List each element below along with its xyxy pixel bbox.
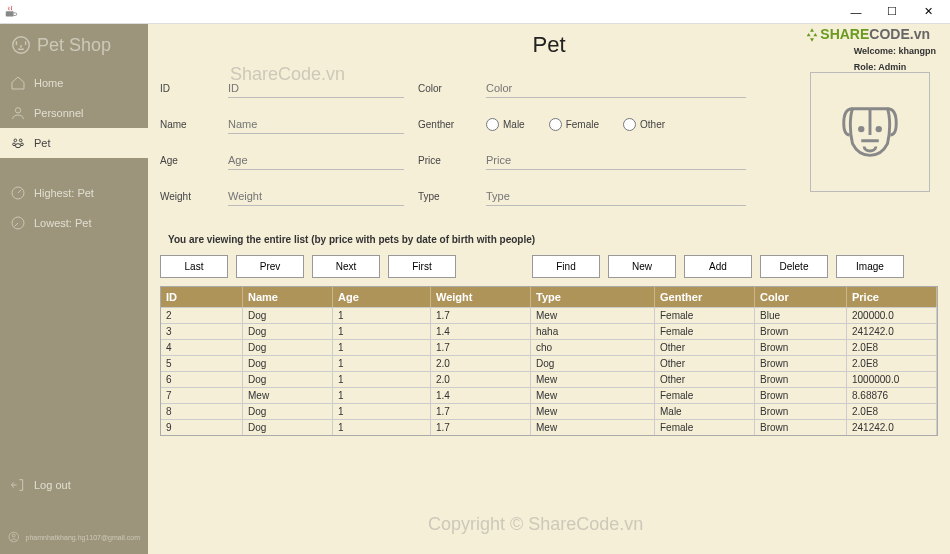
nav-pet[interactable]: Pet	[0, 128, 148, 158]
nav-highest[interactable]: Highest: Pet	[0, 178, 148, 208]
th-weight[interactable]: Weight	[431, 287, 531, 307]
td-gender: Other	[655, 372, 755, 387]
logout-icon	[10, 477, 26, 493]
td-name: Dog	[243, 356, 333, 371]
td-gender: Female	[655, 308, 755, 323]
age-input[interactable]	[228, 150, 404, 170]
price-input[interactable]	[486, 150, 746, 170]
td-id: 2	[161, 308, 243, 323]
color-label: Color	[418, 78, 472, 98]
nav-lowest[interactable]: Lowest: Pet	[0, 208, 148, 238]
form-area: ID Name Age Weight Color Genther Price T…	[160, 78, 938, 206]
td-type: Mew	[531, 388, 655, 403]
weight-input[interactable]	[228, 186, 404, 206]
table-row[interactable]: 7Mew11.4MewFemaleBrown8.68876	[161, 387, 937, 403]
td-name: Dog	[243, 340, 333, 355]
td-color: Brown	[755, 324, 847, 339]
td-color: Brown	[755, 356, 847, 371]
td-price: 241242.0	[847, 420, 937, 435]
color-input[interactable]	[486, 78, 746, 98]
radio-other[interactable]: Other	[623, 118, 665, 131]
type-input[interactable]	[486, 186, 746, 206]
name-label: Name	[160, 114, 214, 134]
user-email: phamnhatkhang.hg1107@gmail.com	[25, 534, 140, 541]
table-row[interactable]: 3Dog11.4hahaFemaleBrown241242.0	[161, 323, 937, 339]
gender-label: Genther	[418, 114, 472, 134]
th-gender[interactable]: Genther	[655, 287, 755, 307]
nav-logout-label: Log out	[34, 479, 71, 491]
table-body: 2Dog11.7MewFemaleBlue200000.03Dog11.4hah…	[161, 307, 937, 435]
table-row[interactable]: 6Dog12.0MewOtherBrown1000000.0	[161, 371, 937, 387]
td-price: 8.68876	[847, 388, 937, 403]
td-id: 7	[161, 388, 243, 403]
pet-image-box[interactable]	[810, 72, 930, 192]
viewing-text: You are viewing the entire list (by pric…	[168, 234, 938, 245]
nav-highest-label: Highest: Pet	[34, 187, 94, 199]
nav-home-label: Home	[34, 77, 63, 89]
svg-point-11	[12, 534, 15, 537]
td-name: Dog	[243, 324, 333, 339]
td-color: Brown	[755, 420, 847, 435]
td-weight: 1.7	[431, 404, 531, 419]
nav-personnel[interactable]: Personnel	[0, 98, 148, 128]
button-row: Last Prev Next First Find New Add Delete…	[160, 255, 938, 278]
find-button[interactable]: Find	[532, 255, 600, 278]
td-name: Dog	[243, 308, 333, 323]
delete-button[interactable]: Delete	[760, 255, 828, 278]
id-input[interactable]	[228, 78, 404, 98]
next-button[interactable]: Next	[312, 255, 380, 278]
td-price: 2.0E8	[847, 356, 937, 371]
td-weight: 2.0	[431, 356, 531, 371]
radio-male[interactable]: Male	[486, 118, 525, 131]
td-type: Mew	[531, 404, 655, 419]
th-name[interactable]: Name	[243, 287, 333, 307]
td-id: 4	[161, 340, 243, 355]
th-type[interactable]: Type	[531, 287, 655, 307]
first-button[interactable]: First	[388, 255, 456, 278]
table-row[interactable]: 9Dog11.7MewFemaleBrown241242.0	[161, 419, 937, 435]
th-price[interactable]: Price	[847, 287, 937, 307]
table-row[interactable]: 8Dog11.7MewMaleBrown2.0E8	[161, 403, 937, 419]
td-gender: Other	[655, 356, 755, 371]
brand: Pet Shop	[0, 32, 148, 68]
td-age: 1	[333, 308, 431, 323]
age-label: Age	[160, 150, 214, 170]
th-id[interactable]: ID	[161, 287, 243, 307]
td-price: 1000000.0	[847, 372, 937, 387]
last-button[interactable]: Last	[160, 255, 228, 278]
td-weight: 1.4	[431, 388, 531, 403]
td-type: Mew	[531, 420, 655, 435]
svg-point-13	[877, 127, 881, 131]
table-row[interactable]: 4Dog11.7choOtherBrown2.0E8	[161, 339, 937, 355]
svg-point-2	[15, 108, 20, 113]
nav-home[interactable]: Home	[0, 68, 148, 98]
minimize-button[interactable]: —	[838, 1, 874, 23]
td-color: Brown	[755, 388, 847, 403]
th-age[interactable]: Age	[333, 287, 431, 307]
maximize-button[interactable]: ☐	[874, 1, 910, 23]
td-age: 1	[333, 420, 431, 435]
close-button[interactable]: ✕	[910, 1, 946, 23]
table-row[interactable]: 5Dog12.0DogOtherBrown2.0E8	[161, 355, 937, 371]
name-input[interactable]	[228, 114, 404, 134]
td-type: cho	[531, 340, 655, 355]
new-button[interactable]: New	[608, 255, 676, 278]
td-name: Dog	[243, 404, 333, 419]
prev-button[interactable]: Prev	[236, 255, 304, 278]
td-price: 2.0E8	[847, 404, 937, 419]
nav-logout[interactable]: Log out	[0, 470, 148, 500]
td-type: Dog	[531, 356, 655, 371]
td-weight: 1.7	[431, 420, 531, 435]
radio-female[interactable]: Female	[549, 118, 599, 131]
content-area: SHARECODE.vn Pet Welcome: khangpn Role: …	[148, 24, 950, 554]
nav-lowest-label: Lowest: Pet	[34, 217, 91, 229]
td-type: Mew	[531, 372, 655, 387]
image-button[interactable]: Image	[836, 255, 904, 278]
td-color: Brown	[755, 404, 847, 419]
type-label: Type	[418, 186, 472, 206]
nav-personnel-label: Personnel	[34, 107, 84, 119]
dog-logo-icon	[10, 34, 32, 56]
table-row[interactable]: 2Dog11.7MewFemaleBlue200000.0	[161, 307, 937, 323]
add-button[interactable]: Add	[684, 255, 752, 278]
th-color[interactable]: Color	[755, 287, 847, 307]
